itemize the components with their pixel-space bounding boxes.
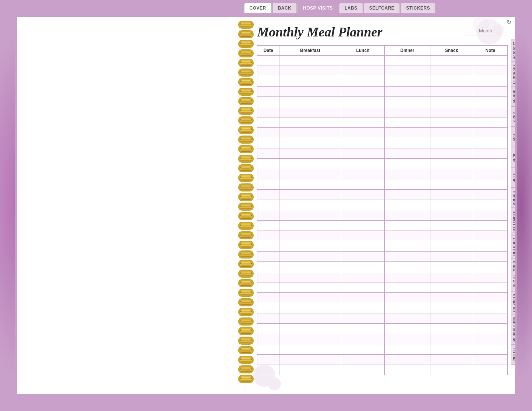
meal-cell[interactable]	[430, 97, 473, 107]
meal-cell[interactable]	[341, 97, 384, 107]
meal-cell[interactable]	[473, 293, 508, 303]
meal-cell[interactable]	[341, 200, 384, 210]
date-cell[interactable]	[257, 262, 279, 272]
meal-cell[interactable]	[385, 97, 430, 107]
meal-cell[interactable]	[341, 87, 384, 97]
meal-cell[interactable]	[430, 355, 473, 365]
meal-cell[interactable]	[279, 138, 341, 148]
meal-cell[interactable]	[341, 221, 384, 231]
meal-cell[interactable]	[341, 159, 384, 169]
meal-cell[interactable]	[279, 262, 341, 272]
meal-cell[interactable]	[385, 252, 430, 262]
tab-hosp-visits[interactable]: HOSP VISITS	[297, 3, 338, 13]
tab-labs[interactable]: LABS	[339, 3, 363, 13]
meal-cell[interactable]	[430, 231, 473, 241]
meal-cell[interactable]	[430, 190, 473, 200]
date-cell[interactable]	[257, 313, 279, 324]
meal-cell[interactable]	[473, 190, 508, 200]
meal-cell[interactable]	[385, 200, 430, 210]
meal-cell[interactable]	[473, 241, 508, 252]
meal-cell[interactable]	[430, 159, 473, 169]
meal-cell[interactable]	[473, 87, 508, 97]
meal-cell[interactable]	[430, 262, 473, 272]
meal-cell[interactable]	[279, 117, 341, 128]
meal-cell[interactable]	[430, 117, 473, 128]
date-cell[interactable]	[257, 200, 279, 210]
meal-cell[interactable]	[279, 148, 341, 159]
meal-cell[interactable]	[385, 293, 430, 303]
meal-cell[interactable]	[279, 190, 341, 200]
meal-cell[interactable]	[341, 293, 384, 303]
meal-cell[interactable]	[341, 334, 384, 344]
meal-cell[interactable]	[430, 241, 473, 252]
meal-cell[interactable]	[385, 138, 430, 148]
meal-cell[interactable]	[279, 365, 341, 375]
meal-cell[interactable]	[341, 128, 384, 138]
meal-cell[interactable]	[279, 252, 341, 262]
date-cell[interactable]	[257, 179, 279, 190]
date-cell[interactable]	[257, 169, 279, 179]
meal-cell[interactable]	[279, 231, 341, 241]
meal-cell[interactable]	[385, 76, 430, 87]
meal-cell[interactable]	[279, 169, 341, 179]
meal-cell[interactable]	[385, 179, 430, 190]
meal-cell[interactable]	[385, 355, 430, 365]
meal-cell[interactable]	[385, 169, 430, 179]
meal-cell[interactable]	[341, 262, 384, 272]
meal-cell[interactable]	[385, 282, 430, 293]
meal-cell[interactable]	[279, 87, 341, 97]
meal-cell[interactable]	[279, 179, 341, 190]
month-tab-january[interactable]: JANUARY	[511, 39, 515, 62]
meal-cell[interactable]	[341, 355, 384, 365]
date-cell[interactable]	[257, 272, 279, 282]
meal-cell[interactable]	[341, 56, 384, 66]
meal-cell[interactable]	[341, 117, 384, 128]
meal-cell[interactable]	[279, 128, 341, 138]
meal-cell[interactable]	[473, 179, 508, 190]
meal-cell[interactable]	[430, 272, 473, 282]
meal-cell[interactable]	[279, 200, 341, 210]
meal-cell[interactable]	[385, 365, 430, 375]
meal-cell[interactable]	[385, 190, 430, 200]
date-cell[interactable]	[257, 159, 279, 169]
bottom-tab-notes[interactable]: NOTES	[511, 344, 515, 365]
date-cell[interactable]	[257, 241, 279, 252]
month-tab-august[interactable]: AUGUST	[511, 187, 515, 208]
meal-cell[interactable]	[473, 97, 508, 107]
meal-cell[interactable]	[473, 210, 508, 221]
tab-selfcare[interactable]: SELFCARE	[364, 3, 400, 13]
date-cell[interactable]	[257, 334, 279, 344]
meal-cell[interactable]	[279, 210, 341, 221]
meal-cell[interactable]	[341, 272, 384, 282]
meal-cell[interactable]	[341, 107, 384, 117]
month-tab-july[interactable]: JULY	[511, 167, 515, 187]
date-cell[interactable]	[257, 148, 279, 159]
date-cell[interactable]	[257, 56, 279, 66]
meal-cell[interactable]	[279, 56, 341, 66]
meal-cell[interactable]	[279, 221, 341, 231]
bottom-tab-appts[interactable]: APPTS	[511, 271, 515, 291]
meal-cell[interactable]	[341, 148, 384, 159]
meal-cell[interactable]	[385, 231, 430, 241]
meal-cell[interactable]	[341, 241, 384, 252]
meal-cell[interactable]	[473, 148, 508, 159]
meal-cell[interactable]	[385, 56, 430, 66]
meal-cell[interactable]	[473, 107, 508, 117]
meal-cell[interactable]	[473, 344, 508, 355]
meal-cell[interactable]	[279, 344, 341, 355]
date-cell[interactable]	[257, 128, 279, 138]
month-tab-april[interactable]: APRIL	[511, 106, 515, 127]
bottom-tab-medications[interactable]: MEDICATIONS	[511, 314, 515, 344]
meal-cell[interactable]	[430, 169, 473, 179]
date-cell[interactable]	[257, 221, 279, 231]
meal-cell[interactable]	[385, 272, 430, 282]
meal-cell[interactable]	[279, 313, 341, 324]
meal-cell[interactable]	[473, 355, 508, 365]
date-cell[interactable]	[257, 97, 279, 107]
meal-cell[interactable]	[473, 200, 508, 210]
meal-cell[interactable]	[430, 210, 473, 221]
meal-cell[interactable]	[341, 210, 384, 221]
date-cell[interactable]	[257, 190, 279, 200]
meal-cell[interactable]	[430, 344, 473, 355]
meal-cell[interactable]	[430, 313, 473, 324]
